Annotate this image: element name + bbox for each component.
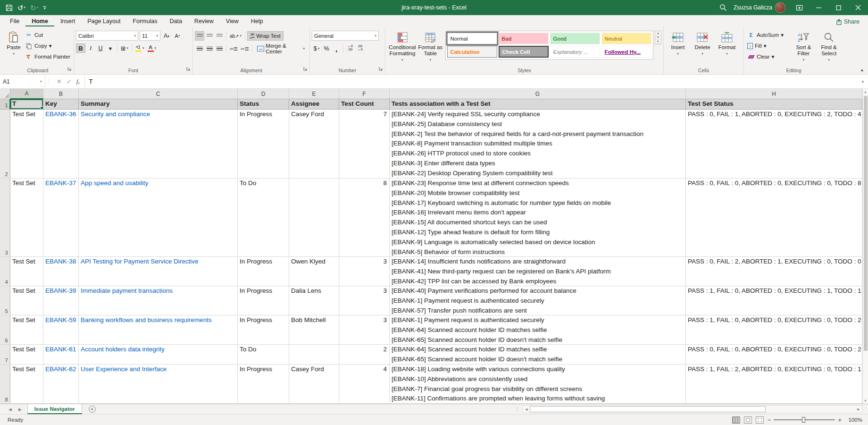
- cell-style-followed[interactable]: Followed Hy...: [601, 46, 651, 58]
- undo-button[interactable]: ↺▾: [16, 1, 27, 14]
- percent-style-button[interactable]: %: [322, 44, 331, 53]
- font-name-combo[interactable]: Calibri▾: [76, 31, 138, 41]
- decrease-decimal-button[interactable]: .00→0: [355, 44, 365, 53]
- align-left-button[interactable]: [195, 44, 204, 53]
- key-link[interactable]: EBANK-59: [45, 316, 76, 323]
- decrease-indent-button[interactable]: ⇦☰: [228, 44, 239, 53]
- cell-G5[interactable]: [EBANK-40] Payment verifications perform…: [390, 286, 686, 315]
- cell-D6[interactable]: In Progress: [238, 315, 289, 344]
- cell-A4[interactable]: Test Set: [10, 257, 43, 286]
- format-painter-button[interactable]: Format Painter: [24, 52, 72, 61]
- decrease-font-size-button[interactable]: A▾: [173, 31, 182, 41]
- summary-link[interactable]: Security and compliance: [81, 110, 150, 118]
- user-name[interactable]: Zsuzsa Galicza: [734, 4, 772, 11]
- zoom-slider[interactable]: [774, 419, 835, 420]
- zoom-slider-thumb[interactable]: [802, 417, 805, 423]
- summary-link[interactable]: Account holders data integrity: [81, 346, 165, 353]
- save-icon[interactable]: [4, 1, 15, 14]
- increase-font-size-button[interactable]: A▴: [162, 31, 171, 41]
- cell-F7[interactable]: 2: [339, 345, 390, 364]
- cell-H6[interactable]: PASS : 1, FAIL : 0, ABORTED : 0, EXECUTI…: [686, 315, 862, 344]
- cell-A6[interactable]: Test Set: [10, 315, 43, 344]
- middle-align-button[interactable]: [205, 31, 214, 41]
- cell-D7[interactable]: To Do: [238, 345, 289, 364]
- cell-style-calculation[interactable]: Calculation: [447, 46, 497, 58]
- scroll-up-icon[interactable]: ▲: [863, 89, 868, 95]
- italic-button[interactable]: I: [86, 43, 95, 53]
- column-header-E[interactable]: E: [289, 89, 339, 99]
- ribbon-tab-formulas[interactable]: Formulas: [126, 17, 163, 26]
- row-header-4[interactable]: 4: [0, 257, 10, 286]
- format-cells-button[interactable]: Format ▾: [715, 28, 739, 57]
- vertical-scrollbar-thumb[interactable]: [864, 96, 868, 351]
- ribbon-tab-help[interactable]: Help: [245, 17, 269, 26]
- cell-E3[interactable]: [289, 178, 339, 256]
- scroll-right-icon[interactable]: ▶: [855, 406, 862, 413]
- cell-C5[interactable]: Immediate payment transactions: [79, 286, 238, 315]
- summary-link[interactable]: Immediate payment transactions: [81, 287, 173, 294]
- ribbon-tab-insert[interactable]: Insert: [54, 17, 81, 26]
- formula-input[interactable]: T: [85, 75, 858, 88]
- cell-D2[interactable]: In Progress: [238, 110, 289, 178]
- center-button[interactable]: [205, 44, 214, 53]
- cell-A5[interactable]: Test Set: [10, 286, 43, 315]
- header-cell-H1[interactable]: Test Set Status: [686, 99, 862, 109]
- cell-G3[interactable]: [EBANK-23] Response time test at differe…: [390, 178, 686, 256]
- cell-C8[interactable]: User Experience and Interface: [79, 365, 238, 403]
- cell-D4[interactable]: In Progress: [238, 257, 289, 286]
- cell-F8[interactable]: 4: [339, 365, 390, 403]
- horizontal-scrollbar[interactable]: ◀ ▶: [523, 405, 862, 413]
- column-header-C[interactable]: C: [79, 89, 238, 99]
- alignment-dialog-launcher-icon[interactable]: [303, 65, 308, 73]
- share-button[interactable]: Share: [832, 17, 863, 26]
- delete-cells-button[interactable]: Delete ▾: [690, 28, 715, 57]
- cell-B2[interactable]: EBANK-36: [43, 110, 79, 178]
- cell-E6[interactable]: Bob Mitchell: [289, 315, 339, 344]
- cell-H7[interactable]: PASS : 0, FAIL : 0, ABORTED : 0, EXECUTI…: [686, 345, 862, 364]
- key-link[interactable]: EBANK-39: [45, 287, 76, 294]
- select-all-corner[interactable]: [0, 89, 10, 99]
- key-link[interactable]: EBANK-37: [45, 179, 76, 187]
- cell-C4[interactable]: API Testing for Payment Service Directiv…: [79, 257, 238, 286]
- clear-button[interactable]: Clear▾: [746, 52, 791, 61]
- column-header-A[interactable]: A: [10, 89, 43, 99]
- ribbon-tab-page-layout[interactable]: Page Layout: [81, 17, 126, 26]
- cell-style-good[interactable]: Good: [550, 33, 600, 44]
- cell-G2[interactable]: [EBANK-24] Verify required SSL security …: [390, 110, 686, 178]
- cell-G6[interactable]: [EBANK-1] Payment request is authenticat…: [390, 315, 686, 344]
- cell-H8[interactable]: PASS : 1, FAIL : 2, ABORTED : 0, EXECUTI…: [686, 365, 862, 403]
- summary-link[interactable]: API Testing for Payment Service Directiv…: [81, 258, 199, 265]
- cell-B8[interactable]: EBANK-62: [43, 365, 79, 403]
- cell-style-bad[interactable]: Bad: [499, 33, 549, 44]
- redo-button[interactable]: ↻▾: [28, 1, 40, 14]
- cancel-entry-icon[interactable]: ✕: [57, 78, 62, 85]
- close-button[interactable]: [848, 0, 868, 15]
- cell-style-explanatory[interactable]: Explanatory ...: [550, 46, 600, 58]
- normal-view-button[interactable]: [732, 416, 740, 424]
- column-header-B[interactable]: B: [43, 89, 79, 99]
- cell-style-normal[interactable]: Normal: [447, 33, 497, 44]
- maximize-button[interactable]: [828, 0, 848, 15]
- cell-A7[interactable]: Test Set: [10, 345, 43, 364]
- ribbon-tab-view[interactable]: View: [220, 17, 245, 26]
- cell-E5[interactable]: Dalia Lens: [289, 286, 339, 315]
- cell-G7[interactable]: [EBANK-64] Scanned account holder ID mat…: [390, 345, 686, 364]
- key-link[interactable]: EBANK-36: [45, 110, 76, 118]
- cell-A8[interactable]: Test Set: [10, 365, 43, 403]
- column-header-F[interactable]: F: [339, 89, 390, 99]
- sort-filter-button[interactable]: AZ Sort & Filter ▾: [791, 28, 817, 63]
- merge-center-button[interactable]: ↔Merge & Center▾: [254, 44, 308, 53]
- cut-button[interactable]: ✂Cut: [24, 30, 72, 40]
- summary-link[interactable]: App speed and usability: [81, 179, 148, 187]
- header-cell-B1[interactable]: Key: [43, 99, 79, 109]
- key-link[interactable]: EBANK-61: [45, 346, 76, 353]
- cell-B3[interactable]: EBANK-37: [43, 178, 79, 256]
- summary-link[interactable]: Banking workflows and business requireme…: [81, 316, 212, 323]
- tab-scrollbar-splitter[interactable]: ⋮: [515, 404, 520, 414]
- cell-E4[interactable]: Owen Klyed: [289, 257, 339, 286]
- cell-B6[interactable]: EBANK-59: [43, 315, 79, 344]
- cell-F6[interactable]: 3: [339, 315, 390, 344]
- formula-bar-splitter[interactable]: ⋮: [45, 75, 52, 88]
- column-header-G[interactable]: G: [390, 89, 686, 99]
- expand-formula-bar-icon[interactable]: ▾: [858, 75, 868, 88]
